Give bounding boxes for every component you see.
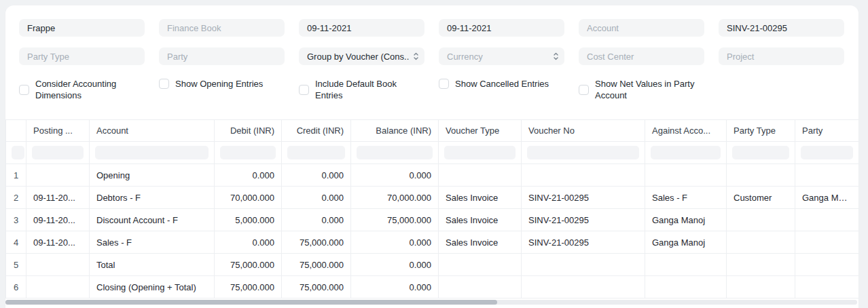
- cell-credit[interactable]: 75,000.000: [282, 254, 351, 276]
- checkbox-box-icon[interactable]: [579, 85, 589, 95]
- cell-voucher-no[interactable]: SINV-21-00295: [522, 187, 645, 209]
- cell-posting-date[interactable]: [26, 276, 90, 299]
- checkbox-box-icon[interactable]: [159, 79, 169, 89]
- column-header-voucher-no[interactable]: Voucher No: [522, 120, 645, 142]
- column-filter-input-posting-date[interactable]: [32, 146, 84, 159]
- cell-debit[interactable]: 75,000.000: [215, 254, 282, 276]
- cell-posting-date[interactable]: 09-11-20...: [26, 209, 90, 231]
- checkbox-consider-accounting-dimensions[interactable]: Consider Accounting Dimensions: [19, 78, 145, 101]
- cell-voucher-type[interactable]: [439, 276, 522, 299]
- column-filter-input-party-type[interactable]: [732, 146, 789, 159]
- cell-debit[interactable]: 0.000: [215, 231, 282, 254]
- cell-party[interactable]: [795, 209, 859, 231]
- filter-input-account[interactable]: Account: [579, 19, 704, 37]
- column-header-row-index[interactable]: [6, 120, 26, 142]
- cell-voucher-type[interactable]: Sales Invoice: [439, 231, 522, 254]
- cell-party[interactable]: [795, 276, 859, 299]
- column-filter-input-debit[interactable]: [220, 146, 276, 159]
- column-filter-input-balance[interactable]: [357, 146, 433, 159]
- cell-against-account[interactable]: [645, 254, 727, 276]
- column-filter-input-against-account[interactable]: [651, 146, 721, 159]
- filter-input-party-type[interactable]: Party Type: [19, 47, 145, 65]
- column-filter-input-party[interactable]: [801, 146, 853, 159]
- row-index-cell[interactable]: 5: [6, 254, 26, 276]
- filter-input-company[interactable]: Frappe: [19, 19, 145, 37]
- cell-credit[interactable]: 75,000.000: [282, 276, 351, 299]
- column-filter-input-row-index[interactable]: [12, 146, 24, 159]
- cell-posting-date[interactable]: [26, 164, 90, 187]
- checkbox-include-default-book-entries[interactable]: Include Default Book Entries: [299, 78, 424, 101]
- column-header-voucher-type[interactable]: Voucher Type: [439, 120, 522, 142]
- cell-against-account[interactable]: [645, 164, 727, 187]
- cell-balance[interactable]: 0.000: [351, 164, 439, 187]
- cell-credit[interactable]: 0.000: [282, 209, 351, 231]
- cell-party-type[interactable]: [727, 231, 795, 254]
- filter-input-voucher-no[interactable]: SINV-21-00295: [719, 19, 844, 37]
- column-filter-input-credit[interactable]: [287, 146, 345, 159]
- column-header-debit[interactable]: Debit (INR): [215, 120, 282, 142]
- cell-voucher-type[interactable]: Sales Invoice: [439, 187, 522, 209]
- cell-credit[interactable]: 75,000.000: [282, 231, 351, 254]
- checkbox-show-opening-entries[interactable]: Show Opening Entries: [159, 78, 285, 90]
- row-index-cell[interactable]: 6: [6, 276, 26, 299]
- cell-debit[interactable]: 70,000.000: [215, 187, 282, 209]
- cell-account[interactable]: Opening: [90, 164, 215, 187]
- cell-balance[interactable]: 70,000.000: [351, 187, 439, 209]
- cell-posting-date[interactable]: 09-11-20...: [26, 231, 90, 254]
- cell-party[interactable]: [795, 164, 859, 187]
- cell-voucher-no[interactable]: SINV-21-00295: [522, 231, 645, 254]
- horizontal-scrollbar-track[interactable]: [5, 300, 857, 305]
- cell-account[interactable]: Debtors - F: [90, 187, 215, 209]
- row-index-cell[interactable]: 3: [6, 209, 26, 231]
- cell-party-type[interactable]: Customer: [727, 187, 795, 209]
- cell-voucher-type[interactable]: [439, 164, 522, 187]
- checkbox-show-cancelled-entries[interactable]: Show Cancelled Entries: [439, 78, 564, 90]
- cell-debit[interactable]: 75,000.000: [215, 276, 282, 299]
- row-index-cell[interactable]: 4: [6, 231, 26, 254]
- cell-debit[interactable]: 5,000.000: [215, 209, 282, 231]
- cell-balance[interactable]: 0.000: [351, 231, 439, 254]
- cell-posting-date[interactable]: 09-11-20...: [26, 187, 90, 209]
- column-header-posting-date[interactable]: Posting ...: [26, 120, 90, 142]
- column-header-against-account[interactable]: Against Acco...: [645, 120, 727, 142]
- cell-voucher-no[interactable]: [522, 276, 645, 299]
- cell-voucher-no[interactable]: [522, 254, 645, 276]
- cell-balance[interactable]: 0.000: [351, 254, 439, 276]
- cell-party-type[interactable]: [727, 254, 795, 276]
- cell-against-account[interactable]: Sales - F: [645, 187, 727, 209]
- cell-party-type[interactable]: [727, 276, 795, 299]
- row-index-cell[interactable]: 1: [6, 164, 26, 187]
- cell-account[interactable]: Total: [90, 254, 215, 276]
- filter-input-cost-center[interactable]: Cost Center: [579, 47, 704, 65]
- cell-party[interactable]: [795, 231, 859, 254]
- checkbox-show-net-values-in-party-account[interactable]: Show Net Values in Party Account: [579, 78, 704, 101]
- cell-balance[interactable]: 0.000: [351, 276, 439, 299]
- filter-input-to-date[interactable]: 09-11-2021: [439, 19, 564, 37]
- cell-against-account[interactable]: [645, 276, 727, 299]
- cell-posting-date[interactable]: [26, 254, 90, 276]
- cell-voucher-no[interactable]: SINV-21-00295: [522, 209, 645, 231]
- cell-party-type[interactable]: [727, 209, 795, 231]
- cell-voucher-type[interactable]: [439, 254, 522, 276]
- filter-input-group-by[interactable]: Group by Voucher (Cons..: [299, 47, 424, 65]
- cell-credit[interactable]: 0.000: [282, 187, 351, 209]
- checkbox-box-icon[interactable]: [299, 85, 309, 95]
- column-header-account[interactable]: Account: [90, 120, 215, 142]
- filter-input-party[interactable]: Party: [159, 47, 285, 65]
- cell-account[interactable]: Discount Account - F: [90, 209, 215, 231]
- cell-voucher-no[interactable]: [522, 164, 645, 187]
- column-filter-input-account[interactable]: [95, 146, 209, 159]
- filter-input-finance-book[interactable]: Finance Book: [159, 19, 285, 37]
- filter-input-project[interactable]: Project: [719, 47, 844, 65]
- row-index-cell[interactable]: 2: [6, 187, 26, 209]
- checkbox-box-icon[interactable]: [19, 85, 29, 95]
- cell-party[interactable]: [795, 254, 859, 276]
- cell-party-type[interactable]: [727, 164, 795, 187]
- cell-debit[interactable]: 0.000: [215, 164, 282, 187]
- cell-voucher-type[interactable]: Sales Invoice: [439, 209, 522, 231]
- cell-against-account[interactable]: Ganga Manoj: [645, 231, 727, 254]
- column-filter-input-voucher-no[interactable]: [527, 146, 639, 159]
- column-header-balance[interactable]: Balance (INR): [351, 120, 439, 142]
- column-filter-input-voucher-type[interactable]: [444, 146, 516, 159]
- cell-balance[interactable]: 75,000.000: [351, 209, 439, 231]
